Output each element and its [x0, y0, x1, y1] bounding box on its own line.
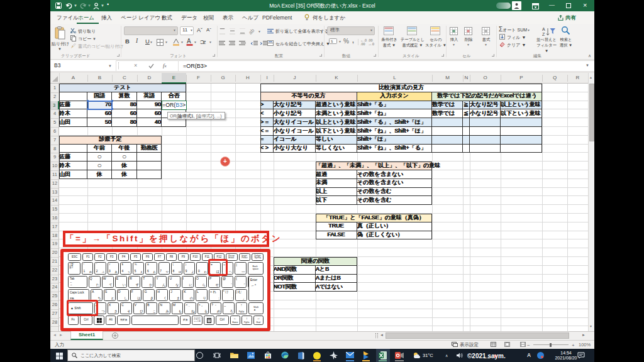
svg-text:z: z	[203, 39, 206, 45]
svg-text:A: A	[187, 38, 191, 45]
svg-text:$: $	[331, 39, 333, 44]
svg-text:ab: ab	[249, 28, 256, 35]
svg-text:Z: Z	[542, 32, 545, 36]
svg-text:A: A	[542, 27, 545, 31]
